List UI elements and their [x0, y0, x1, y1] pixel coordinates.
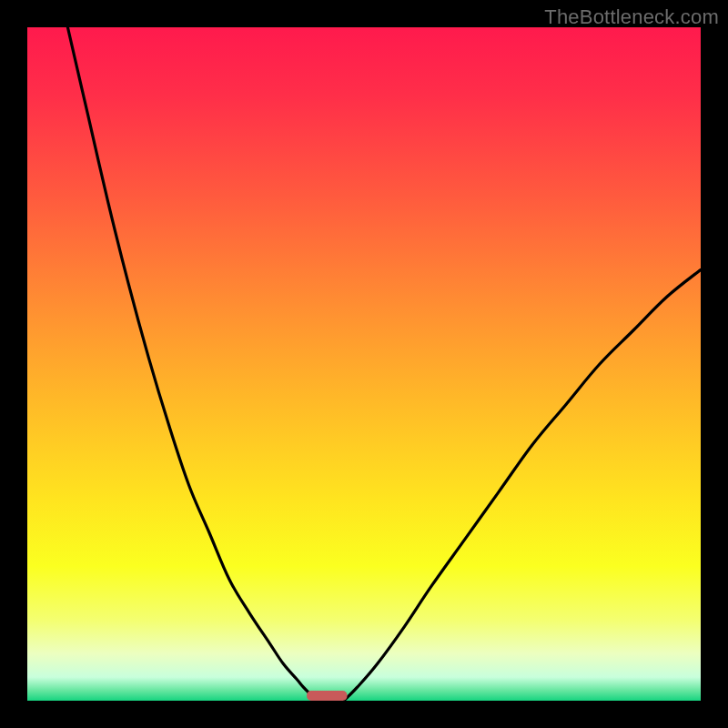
bottleneck-marker [307, 691, 347, 701]
bottleneck-chart [27, 27, 701, 701]
watermark-text: TheBottleneck.com [544, 5, 719, 29]
chart-frame: TheBottleneck.com [0, 0, 728, 728]
